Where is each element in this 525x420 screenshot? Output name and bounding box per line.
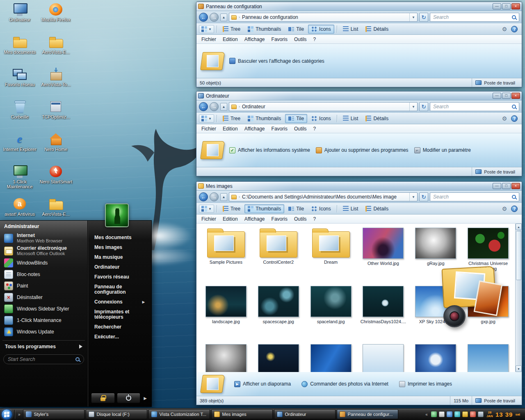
file-item[interactable]: XP Sky 1024.jpg [409, 286, 462, 344]
view-list-button[interactable]: List [340, 204, 362, 213]
desktop-icon-nero-startsmart[interactable]: Nero StartSmart [38, 164, 74, 197]
order-prints-task[interactable]: Commander des photos via Internet [301, 381, 388, 387]
close-button[interactable]: × [511, 93, 520, 99]
file-item[interactable]: landscape.jpg [200, 286, 252, 344]
address-dropdown-icon[interactable]: ▼ [409, 193, 415, 201]
taskbar-button-disque-local[interactable]: Disque local (F:) [86, 409, 147, 419]
address-dropdown-icon[interactable]: ▼ [409, 103, 415, 111]
start-item-ordinateur[interactable]: Ordinateur [91, 262, 148, 272]
views-menu-button[interactable]: ▼ [199, 25, 214, 33]
file-item[interactable]: ControlCenter2 [252, 228, 305, 286]
maximize-button[interactable]: □ [502, 183, 511, 189]
file-item[interactable]: Dream [305, 228, 357, 286]
view-list-button[interactable]: List [340, 25, 362, 34]
file-item[interactable]: Sample Pictures [200, 228, 252, 286]
search-box[interactable]: Search [430, 13, 519, 22]
start-item-ma-musique[interactable]: Ma musique [91, 253, 148, 262]
power-options-arrow-icon[interactable]: ▶ [142, 396, 148, 400]
file-item[interactable] [357, 344, 410, 372]
file-item[interactable]: Other World.jpg [357, 228, 410, 286]
refresh-button[interactable]: ↻ [419, 192, 428, 201]
file-item[interactable] [305, 344, 357, 372]
refresh-button[interactable]: ↻ [419, 13, 428, 22]
titlebar[interactable]: Panneau de configuration —□× [196, 2, 522, 11]
file-item[interactable]: spaceland.jpg [305, 286, 357, 344]
file-item[interactable]: spacescape.jpg [252, 286, 305, 344]
menu-affichage[interactable]: Affichage [244, 216, 265, 222]
help-button[interactable]: ? [511, 115, 518, 122]
scheduler-tray-icon[interactable] [478, 411, 484, 417]
update-tray-icon[interactable] [462, 411, 468, 417]
menu-favoris[interactable]: Favoris [272, 126, 288, 132]
menu-favoris[interactable]: Favoris [272, 37, 288, 42]
menu-edition[interactable]: Edition [223, 216, 238, 222]
file-item[interactable]: ChristmasDays1024.... [357, 286, 410, 344]
vertical-scrollbar[interactable]: ▲ ▼ [515, 224, 522, 372]
start-item-uninstall[interactable]: Désinstaller [2, 292, 85, 303]
close-button[interactable]: × [511, 3, 520, 9]
view-tile-button[interactable]: Tile [285, 114, 307, 123]
up-button[interactable]: ▲ [220, 103, 227, 111]
address-bar[interactable]: › C:\Documents and Settings\Administrate… [229, 192, 418, 201]
desktop-icon-corbeille[interactable]: Corbeille [2, 100, 38, 132]
add-remove-programs-task[interactable]: Ajouter ou supprimer des programmes [316, 147, 409, 153]
menu-edition[interactable]: Edition [223, 126, 238, 132]
desktop-icon-tcpoptimizer[interactable]: TCPOptimiz... [38, 100, 74, 132]
views-menu-button[interactable]: ▼ [199, 114, 214, 123]
view-tile-button[interactable]: Tile [285, 204, 307, 213]
titlebar[interactable]: Mes images —□× [196, 182, 522, 191]
up-button[interactable]: ▲ [220, 14, 227, 21]
start-search-input[interactable]: Start Search [3, 354, 84, 364]
file-item[interactable] [252, 344, 305, 372]
start-item-windowblinds[interactable]: WindowBlinds [2, 257, 85, 269]
volume-tray-icon[interactable] [439, 411, 445, 417]
start-item-1click-maintenance[interactable]: 1-Click Maintenance [2, 315, 85, 326]
view-thumbnails-button[interactable]: Thumbnails [244, 114, 284, 123]
menu-favoris[interactable]: Favoris [272, 216, 288, 222]
file-item[interactable]: gxp.jpg [462, 286, 514, 344]
scroll-down-icon[interactable]: ▼ [516, 365, 522, 372]
view-details-button[interactable]: Détails [362, 114, 392, 123]
start-item-email[interactable]: Courrier électroniqueMicrosoft Office Ou… [2, 244, 85, 257]
desktop-icon-aerovista-e[interactable]: AeroVista-E... [38, 35, 74, 67]
titlebar[interactable]: Ordinateur —□× [196, 91, 522, 100]
menu-fichier[interactable]: Fichier [201, 37, 216, 42]
folder-options-gear-icon[interactable]: ⚙ [500, 25, 509, 33]
menu-affichage[interactable]: Affichage [244, 37, 265, 42]
menu-aide[interactable]: ? [313, 126, 316, 132]
view-tile-button[interactable]: Tile [285, 25, 307, 34]
start-item-connexions[interactable]: Connexions▶ [91, 297, 148, 307]
system-info-task[interactable]: ✓Afficher les informations système [229, 147, 310, 153]
desktop-icon-mes-documents[interactable]: Mes documents [2, 35, 38, 67]
scroll-up-icon[interactable]: ▲ [516, 224, 522, 230]
view-icons-button[interactable]: Icons [308, 25, 334, 34]
back-button[interactable]: ← [199, 192, 208, 201]
menu-affichage[interactable]: Affichage [244, 126, 265, 132]
taskbar-button-panneau-configuration[interactable]: Panneau de configur... [337, 409, 398, 419]
lock-button[interactable] [91, 393, 115, 403]
view-tree-button[interactable]: Tree [219, 114, 244, 123]
view-details-button[interactable]: Détails [362, 204, 392, 213]
desktop-icon-firefox[interactable]: Mozilla Firefox [38, 2, 74, 35]
scroll-track[interactable] [516, 230, 522, 365]
taskbar-button-ordinateur[interactable]: Ordinateur [274, 409, 336, 419]
antivirus-tray-icon[interactable] [470, 411, 476, 417]
menu-aide[interactable]: ? [313, 216, 316, 222]
start-item-windows-update[interactable]: Windows Update [2, 326, 85, 338]
network-tray-icon[interactable] [447, 411, 452, 417]
menu-fichier[interactable]: Fichier [201, 126, 216, 132]
address-bar[interactable]: › Ordinateur ▼ [229, 102, 418, 111]
start-item-panneau-configuration[interactable]: Panneau de configuration [91, 282, 148, 297]
search-box[interactable]: Search [430, 102, 519, 111]
file-item[interactable] [409, 344, 462, 372]
view-icons-button[interactable]: Icons [308, 204, 334, 213]
search-box[interactable]: Search [430, 192, 519, 201]
taskbar-button-mes-images[interactable]: Mes images [211, 409, 273, 419]
desktop-icon-favoris-reseau[interactable]: Favoris réseau [2, 67, 38, 100]
desktop-icon-aerovista-to[interactable]: AeroVista-To... [38, 67, 74, 100]
start-item-paint[interactable]: Paint [2, 280, 85, 292]
menu-edition[interactable]: Edition [223, 37, 238, 42]
folder-options-gear-icon[interactable]: ⚙ [500, 205, 509, 213]
forward-button[interactable]: → [210, 192, 219, 201]
file-item[interactable]: Christmas Universe 1024.jpg [462, 228, 514, 286]
